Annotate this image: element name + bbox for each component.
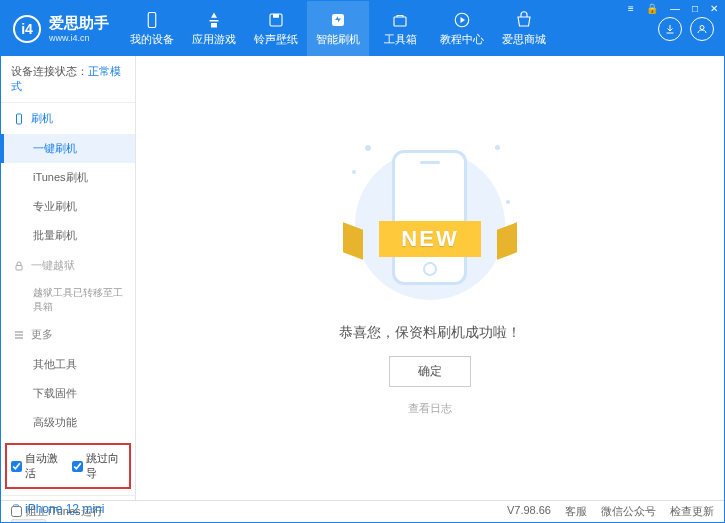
support-link[interactable]: 客服 — [565, 504, 587, 519]
new-ribbon: NEW — [335, 218, 525, 260]
brand-url: www.i4.cn — [49, 33, 109, 43]
sidebar-item-batch[interactable]: 批量刷机 — [1, 221, 135, 250]
close-icon[interactable]: ✕ — [707, 2, 721, 15]
group-more[interactable]: 更多 — [1, 319, 135, 350]
block-itunes-checkbox[interactable]: 阻止iTunes运行 — [11, 504, 103, 519]
main-nav: 我的设备 应用游戏 铃声壁纸 智能刷机 工具箱 教程中心 爱思商城 — [121, 1, 658, 56]
update-link[interactable]: 检查更新 — [670, 504, 714, 519]
flash-group-icon — [13, 113, 25, 125]
download-button[interactable] — [658, 17, 682, 41]
store-icon — [515, 11, 533, 29]
brand-name: 爱思助手 — [49, 14, 109, 33]
sidebar-item-oneclick[interactable]: 一键刷机 — [1, 134, 135, 163]
svg-rect-4 — [394, 17, 406, 26]
sidebar: 设备连接状态：正常模式 刷机 一键刷机 iTunes刷机 专业刷机 批量刷机 一… — [1, 56, 136, 500]
device-storage: 64GB — [11, 519, 46, 523]
toolbox-icon — [391, 11, 409, 29]
svg-rect-8 — [16, 265, 22, 270]
version-label: V7.98.66 — [507, 504, 551, 519]
checkbox-skip-guide[interactable]: 跳过向导 — [72, 451, 125, 481]
menu-icon[interactable]: ≡ — [625, 2, 637, 15]
sidebar-item-itunes[interactable]: iTunes刷机 — [1, 163, 135, 192]
logo: i4 爱思助手 www.i4.cn — [1, 14, 121, 43]
group-jailbreak: 一键越狱 — [1, 250, 135, 281]
app-header: i4 爱思助手 www.i4.cn 我的设备 应用游戏 铃声壁纸 智能刷机 工具… — [1, 1, 724, 56]
svg-point-6 — [700, 25, 704, 29]
wallpaper-icon — [267, 11, 285, 29]
connection-status: 设备连接状态：正常模式 — [1, 56, 135, 103]
svg-rect-2 — [273, 14, 279, 18]
nav-my-device[interactable]: 我的设备 — [121, 1, 183, 56]
maximize-icon[interactable]: □ — [689, 2, 701, 15]
view-log-link[interactable]: 查看日志 — [408, 401, 452, 416]
sidebar-item-other[interactable]: 其他工具 — [1, 350, 135, 379]
sidebar-item-pro[interactable]: 专业刷机 — [1, 192, 135, 221]
svg-rect-0 — [148, 12, 156, 27]
lock-group-icon — [13, 260, 25, 272]
success-illustration: NEW — [350, 140, 510, 310]
jailbreak-note: 越狱工具已转移至工具箱 — [1, 281, 135, 319]
more-group-icon — [13, 329, 25, 341]
lock-icon[interactable]: 🔒 — [643, 2, 661, 15]
nav-flash[interactable]: 智能刷机 — [307, 1, 369, 56]
tutorial-icon — [453, 11, 471, 29]
nav-ringtones[interactable]: 铃声壁纸 — [245, 1, 307, 56]
wechat-link[interactable]: 微信公众号 — [601, 504, 656, 519]
ok-button[interactable]: 确定 — [389, 356, 471, 387]
minimize-icon[interactable]: — — [667, 2, 683, 15]
checkbox-auto-activate[interactable]: 自动激活 — [11, 451, 64, 481]
nav-tutorials[interactable]: 教程中心 — [431, 1, 493, 56]
sidebar-item-advanced[interactable]: 高级功能 — [1, 408, 135, 437]
sidebar-item-download[interactable]: 下载固件 — [1, 379, 135, 408]
group-flash[interactable]: 刷机 — [1, 103, 135, 134]
nav-apps[interactable]: 应用游戏 — [183, 1, 245, 56]
main-content: NEW 恭喜您，保资料刷机成功啦！ 确定 查看日志 — [136, 56, 724, 500]
success-message: 恭喜您，保资料刷机成功啦！ — [339, 324, 521, 342]
options-highlight: 自动激活 跳过向导 — [5, 443, 131, 489]
nav-store[interactable]: 爱思商城 — [493, 1, 555, 56]
nav-toolbox[interactable]: 工具箱 — [369, 1, 431, 56]
user-button[interactable] — [690, 17, 714, 41]
flash-icon — [329, 11, 347, 29]
apps-icon — [205, 11, 223, 29]
phone-icon — [143, 11, 161, 29]
logo-icon: i4 — [13, 15, 41, 43]
svg-rect-7 — [17, 114, 22, 124]
